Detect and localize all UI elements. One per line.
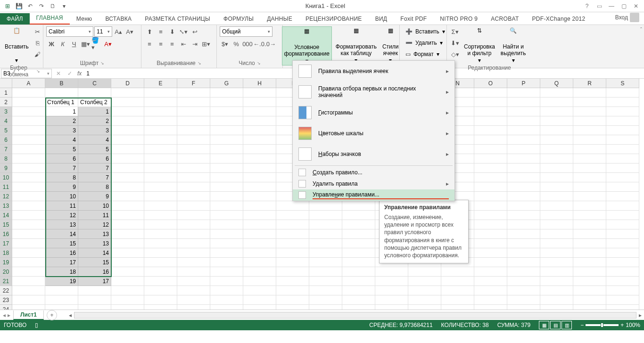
cell[interactable]	[243, 192, 276, 201]
decrease-font-button[interactable]: A▾	[124, 26, 135, 37]
cell[interactable]	[12, 295, 45, 305]
cell[interactable]	[12, 201, 45, 211]
font-name-combo[interactable]: Calibri▾	[46, 26, 93, 37]
paste-button[interactable]: 📋 Вставить▾	[3, 26, 31, 65]
font-size-combo[interactable]: 11▾	[94, 26, 112, 37]
zoom-slider[interactable]	[586, 324, 619, 326]
row-header[interactable]: 3	[0, 107, 12, 116]
cell[interactable]	[474, 88, 507, 98]
cell[interactable]	[12, 154, 45, 163]
cell[interactable]	[111, 107, 144, 116]
help-button[interactable]: ?	[583, 3, 591, 9]
view-normal-button[interactable]: ▦	[539, 321, 549, 329]
autosum-button[interactable]: Σ▾	[450, 26, 460, 37]
cell[interactable]: 10	[45, 192, 78, 201]
cell[interactable]	[243, 145, 276, 154]
align-bottom-button[interactable]: ⬇	[167, 26, 177, 37]
row-header[interactable]: 18	[0, 248, 12, 258]
col-header-D[interactable]: D	[111, 79, 144, 88]
wrap-text-button[interactable]: ↩	[190, 26, 200, 37]
cell[interactable]	[144, 116, 177, 126]
cell[interactable]	[177, 154, 210, 163]
cell[interactable]	[540, 154, 573, 163]
cell[interactable]	[342, 258, 375, 267]
cell[interactable]	[507, 98, 540, 107]
cell[interactable]	[474, 98, 507, 107]
cell[interactable]	[573, 201, 606, 211]
cell[interactable]	[507, 173, 540, 182]
cell[interactable]	[111, 239, 144, 248]
row-header[interactable]: 4	[0, 116, 12, 126]
add-sheet-button[interactable]: +	[47, 310, 57, 320]
col-header-H[interactable]: H	[243, 79, 276, 88]
cell[interactable]	[474, 163, 507, 173]
cell[interactable]	[606, 173, 639, 182]
cell[interactable]	[12, 286, 45, 295]
row-header[interactable]: 21	[0, 277, 12, 286]
cell[interactable]	[573, 173, 606, 182]
row-header[interactable]: 15	[0, 220, 12, 229]
cell[interactable]	[474, 295, 507, 305]
cell[interactable]	[111, 126, 144, 135]
cell[interactable]	[177, 182, 210, 192]
cell[interactable]	[606, 229, 639, 239]
cell[interactable]	[342, 239, 375, 248]
cell[interactable]	[243, 258, 276, 267]
cell[interactable]	[12, 98, 45, 107]
cell[interactable]	[573, 126, 606, 135]
cell[interactable]	[243, 211, 276, 220]
cell[interactable]	[276, 239, 309, 248]
col-header-Q[interactable]: Q	[540, 79, 573, 88]
cell[interactable]	[144, 201, 177, 211]
cell[interactable]	[342, 305, 375, 310]
tab-acrobat[interactable]: ACROBAT	[484, 13, 525, 24]
cell[interactable]	[144, 258, 177, 267]
cell[interactable]	[210, 286, 243, 295]
format-as-table-button[interactable]: ▦Форматировать как таблицу▾	[334, 26, 379, 65]
cell[interactable]	[309, 267, 342, 277]
cell[interactable]	[276, 286, 309, 295]
cf-data-bars[interactable]: Гистограммы▸	[293, 102, 454, 123]
underline-button[interactable]: Ч	[69, 39, 79, 49]
cell[interactable]	[507, 163, 540, 173]
cell[interactable]	[111, 88, 144, 98]
cell[interactable]	[606, 135, 639, 145]
cell[interactable]	[243, 239, 276, 248]
row-header[interactable]: 1	[0, 88, 12, 98]
row-header[interactable]: 13	[0, 201, 12, 211]
row-header[interactable]: 12	[0, 192, 12, 201]
cell[interactable]	[177, 248, 210, 258]
cell[interactable]	[474, 182, 507, 192]
cell[interactable]	[243, 154, 276, 163]
cell[interactable]: 2	[78, 116, 111, 126]
cell[interactable]	[12, 229, 45, 239]
cf-highlight-rules[interactable]: Правила выделения ячеек▸	[293, 61, 454, 82]
cell[interactable]	[78, 286, 111, 295]
cell[interactable]	[474, 267, 507, 277]
cell[interactable]	[210, 126, 243, 135]
cell[interactable]	[243, 182, 276, 192]
cell[interactable]	[342, 201, 375, 211]
cell[interactable]: 11	[45, 201, 78, 211]
cell[interactable]	[111, 145, 144, 154]
cell[interactable]	[573, 211, 606, 220]
cell[interactable]	[144, 88, 177, 98]
cell[interactable]	[573, 248, 606, 258]
cell[interactable]	[276, 258, 309, 267]
cell[interactable]	[507, 201, 540, 211]
cell[interactable]	[276, 267, 309, 277]
horizontal-scrollbar[interactable]: ◂▸	[66, 311, 644, 319]
fx-icon[interactable]: fx	[75, 70, 83, 77]
insert-cells-button[interactable]: ➕Вставить ▾	[403, 26, 448, 37]
cell[interactable]	[474, 239, 507, 248]
cell[interactable]	[606, 154, 639, 163]
cell[interactable]	[12, 239, 45, 248]
cell[interactable]	[309, 211, 342, 220]
cell[interactable]	[540, 305, 573, 310]
cell[interactable]	[12, 258, 45, 267]
cell[interactable]: 11	[78, 211, 111, 220]
cell[interactable]	[177, 201, 210, 211]
cell[interactable]	[111, 229, 144, 239]
cell[interactable]	[210, 267, 243, 277]
cell[interactable]	[243, 305, 276, 310]
